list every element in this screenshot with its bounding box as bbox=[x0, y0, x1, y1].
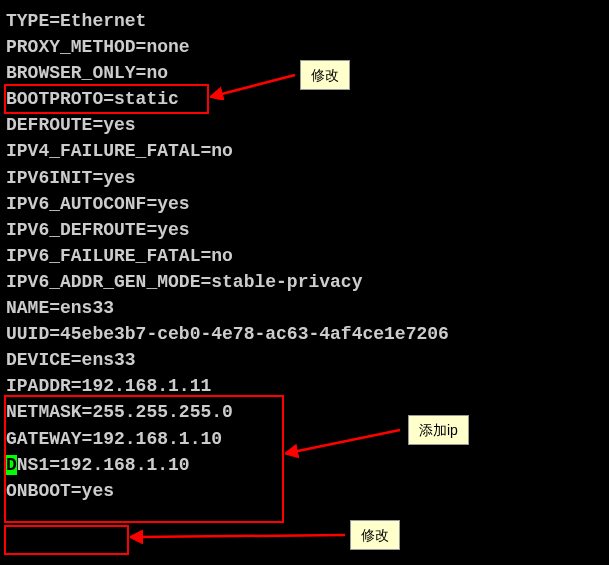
config-line: UUID=45ebe3b7-ceb0-4e78-ac63-4af4ce1e720… bbox=[6, 321, 603, 347]
config-line: IPV6_DEFROUTE=yes bbox=[6, 217, 603, 243]
highlight-box-onboot bbox=[4, 525, 129, 555]
dns1-rest: NS1=192.168.1.10 bbox=[17, 455, 190, 475]
config-line-dns1: DNS1=192.168.1.10 bbox=[6, 452, 603, 478]
config-line: DEFROUTE=yes bbox=[6, 112, 603, 138]
arrow-icon bbox=[130, 525, 350, 545]
cursor: D bbox=[6, 455, 17, 475]
config-line-gateway: GATEWAY=192.168.1.10 bbox=[6, 426, 603, 452]
annotation-modify: 修改 bbox=[350, 520, 400, 550]
config-line: DEVICE=ens33 bbox=[6, 347, 603, 373]
config-line-onboot: ONBOOT=yes bbox=[6, 478, 603, 504]
config-line: IPV4_FAILURE_FATAL=no bbox=[6, 138, 603, 164]
config-line-ipaddr: IPADDR=192.168.1.11 bbox=[6, 373, 603, 399]
config-line: IPV6_FAILURE_FATAL=no bbox=[6, 243, 603, 269]
annotation-modify: 修改 bbox=[300, 60, 350, 90]
config-line: PROXY_METHOD=none bbox=[6, 34, 603, 60]
svg-line-5 bbox=[138, 535, 345, 537]
config-line: IPV6INIT=yes bbox=[6, 165, 603, 191]
config-line: IPV6_ADDR_GEN_MODE=stable-privacy bbox=[6, 269, 603, 295]
annotation-addip: 添加ip bbox=[408, 415, 469, 445]
config-line-netmask: NETMASK=255.255.255.0 bbox=[6, 399, 603, 425]
config-line: IPV6_AUTOCONF=yes bbox=[6, 191, 603, 217]
config-line: TYPE=Ethernet bbox=[6, 8, 603, 34]
config-line: NAME=ens33 bbox=[6, 295, 603, 321]
